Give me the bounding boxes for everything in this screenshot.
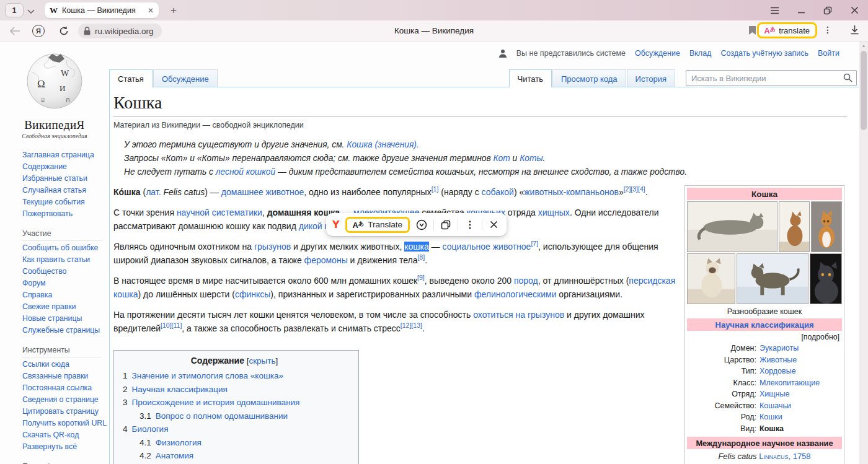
sidebar-item[interactable]: Развернуть всё	[22, 442, 107, 452]
yandex-search-icon[interactable]: Y	[332, 219, 340, 230]
tab-counter[interactable]: 1	[5, 3, 24, 17]
sidebar-item[interactable]: Инструменты	[22, 346, 102, 357]
taxonomy-value[interactable]: Кошачьи	[760, 400, 791, 412]
wiki-search-input[interactable]	[686, 70, 857, 86]
toc-item[interactable]: 4.1Физиология	[140, 436, 346, 450]
reference-link[interactable]: [8]	[417, 253, 425, 261]
address-bar[interactable]: ru.wikipedia.org	[78, 24, 162, 38]
sidebar-item[interactable]: Цитировать страницу	[22, 407, 107, 416]
popup-more-icon[interactable]: ⋮	[464, 219, 476, 231]
voice-icon[interactable]	[415, 219, 428, 231]
sidebar-item[interactable]: Скачать QR-код	[22, 431, 107, 440]
reference-link[interactable]: [10][11]	[161, 322, 182, 329]
scroll-up-arrow[interactable]: ▲	[859, 42, 868, 50]
toc-link[interactable]: Происхождение и история одомашнивания	[132, 398, 300, 407]
cat-photo-abyssinian[interactable]	[779, 201, 810, 252]
cat-photo-orange-white[interactable]	[811, 201, 842, 252]
wikipedia-logo[interactable]: Ω W И ע ก ВикипедиЯ Свободная энциклопед…	[0, 51, 109, 139]
sidebar-item[interactable]: Сведения о странице	[22, 395, 107, 405]
inline-link[interactable]: социальное животное	[443, 242, 531, 252]
close-window-icon[interactable]	[849, 6, 859, 15]
inline-link[interactable]: собакой	[482, 187, 514, 197]
personal-link-login[interactable]: Войти	[818, 49, 839, 58]
toc-hide-link[interactable]: скрыть	[249, 356, 275, 366]
sidebar-item[interactable]: Постоянная ссылка	[22, 383, 107, 393]
personal-link-contributions[interactable]: Вклад	[689, 49, 712, 58]
cat-photo-black[interactable]	[810, 253, 842, 304]
chevron-down-icon[interactable]	[27, 6, 35, 17]
toc-item[interactable]: 4.2Анатомия	[140, 449, 346, 463]
inline-link[interactable]: фелинологическими	[474, 289, 557, 299]
toolbar-translate-button[interactable]: Aあ translate	[757, 22, 817, 38]
view-tab[interactable]: Просмотр кода	[552, 69, 626, 87]
inline-link[interactable]: охотиться на грызунов	[473, 310, 564, 320]
sidebar-item[interactable]: Форум	[22, 279, 107, 288]
popup-close-icon[interactable]	[488, 219, 500, 231]
namespace-tab[interactable]: Статья	[109, 69, 153, 87]
reference-link[interactable]: [12][13]	[401, 322, 422, 329]
toc-item[interactable]: 4Биология	[123, 422, 346, 436]
sidebar-item[interactable]: Заглавная страница	[22, 151, 107, 160]
reference-link[interactable]: [9]	[417, 274, 425, 281]
toc-item[interactable]: 3.1Вопрос о полном одомашнивании	[140, 409, 346, 423]
sidebar-item[interactable]: Свежие правки	[22, 302, 107, 312]
toc-link[interactable]: Анатомия	[156, 451, 193, 460]
taxonomy-value[interactable]: Кошки	[760, 411, 782, 423]
sidebar-item[interactable]: Пожертвовать	[22, 209, 107, 219]
taxonomy-value[interactable]: Хищные	[760, 388, 789, 400]
details-link[interactable]: [подробно]	[687, 331, 842, 342]
personal-link-create-account[interactable]: Создать учётную запись	[720, 49, 808, 58]
reference-link[interactable]: [1]	[432, 185, 439, 193]
new-tab-button[interactable]: +	[166, 3, 181, 18]
popup-translate-button[interactable]: Aあ Translate	[345, 217, 410, 233]
copy-icon[interactable]	[440, 219, 452, 231]
browser-tab[interactable]: W Кошка — Википедия ✕	[45, 2, 159, 18]
inline-link[interactable]: Кот	[493, 154, 510, 163]
page-scrollbar[interactable]: ▲	[859, 42, 868, 464]
sidebar-item[interactable]: Содержание	[22, 162, 107, 172]
authority-link[interactable]: Linnaeus	[757, 452, 789, 461]
taxonomy-value[interactable]: Хордовые	[760, 366, 796, 377]
yandex-browser-icon[interactable]: Я	[32, 25, 45, 37]
inline-link[interactable]: лесной кошкой	[216, 167, 275, 177]
toc-link[interactable]: Физиология	[156, 438, 202, 447]
taxonomy-value[interactable]: Эукариоты	[760, 343, 799, 354]
sidebar-item[interactable]: Новые страницы	[22, 314, 107, 323]
search-icon[interactable]	[843, 73, 852, 85]
reference-link[interactable]: [7]	[531, 240, 538, 247]
sidebar-item[interactable]: Ссылки сюда	[22, 360, 107, 369]
sidebar-item[interactable]: Текущие события	[22, 198, 107, 207]
toc-link[interactable]: Значение и этимология слова «кошка»	[132, 371, 283, 380]
sidebar-item[interactable]: Справка	[22, 291, 107, 300]
toc-link[interactable]: Биология	[132, 424, 169, 434]
download-icon[interactable]	[850, 25, 859, 37]
toc-item[interactable]: 2Научная классификация	[123, 383, 346, 396]
personal-link-discussion[interactable]: Обсуждение	[635, 49, 680, 58]
inline-link[interactable]: феромоны	[304, 255, 348, 265]
inline-link[interactable]: сфинксы	[235, 289, 270, 299]
cat-photo-tabby-lying[interactable]	[687, 201, 777, 252]
inline-link[interactable]: лат.	[146, 187, 161, 197]
inline-link[interactable]: Кошка (значения).	[347, 140, 419, 149]
toc-link[interactable]: Научная классификация	[132, 385, 228, 394]
view-tab[interactable]: Читать	[509, 69, 552, 87]
sidebar-item[interactable]: Участие	[22, 229, 102, 241]
tab-close-icon[interactable]: ✕	[148, 6, 154, 15]
sidebar-item[interactable]: Случайная статья	[22, 186, 107, 195]
view-tab[interactable]: История	[627, 69, 675, 87]
classification-header[interactable]: Научная классификация	[687, 318, 842, 331]
reload-icon[interactable]	[58, 25, 70, 37]
minimize-icon[interactable]	[796, 6, 806, 15]
sidebar-item[interactable]: Как править статьи	[22, 255, 107, 265]
cat-photo-tabby-snow[interactable]	[737, 253, 808, 304]
sidebar-item[interactable]: Получить короткий URL	[22, 419, 107, 428]
toc-item[interactable]: 1Значение и этимология слова «кошка»	[123, 369, 346, 383]
taxonomy-value[interactable]: Кошка	[760, 423, 784, 435]
inline-link[interactable]: домашнее животное	[221, 187, 304, 197]
sidebar-item[interactable]: Сообщить об ошибке	[22, 243, 107, 253]
taxonomy-value[interactable]: Млекопитающие	[760, 377, 820, 389]
inline-link[interactable]: грызунов	[254, 242, 291, 252]
bookmark-icon[interactable]	[748, 25, 756, 38]
sidebar-item[interactable]: Избранные статьи	[22, 174, 107, 183]
sidebar-item[interactable]: Связанные правки	[22, 372, 107, 381]
